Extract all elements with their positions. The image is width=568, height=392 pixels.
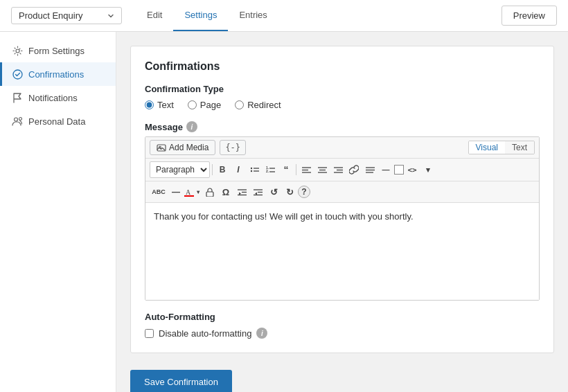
svg-point-0 [16,49,19,53]
gear-icon [12,45,23,56]
outdent-button[interactable] [250,184,265,199]
media-icon [157,143,166,152]
color-picker-button[interactable] [394,165,404,175]
ordered-list-button[interactable]: 1.2. [263,162,278,177]
radio-text[interactable]: Text [145,100,174,110]
code-button[interactable]: <> [405,162,420,177]
bold-button[interactable]: B [215,162,230,177]
layout: Form Settings Confirmations Notification… [0,32,568,392]
confirmation-type-label: Confirmation Type [145,84,540,94]
indent-button[interactable] [234,184,249,199]
preview-button[interactable]: Preview [502,6,557,26]
svg-point-6 [250,167,251,168]
svg-text:A: A [186,188,191,196]
font-color-button[interactable]: A [184,187,194,197]
align-right-button[interactable] [330,162,346,177]
tab-entries[interactable]: Entries [228,0,278,31]
auto-format-checkbox-row[interactable]: Disable auto-formatting i [145,328,540,339]
editor-top-bar: Add Media {-} Visual Text [145,137,539,159]
auto-format-checkbox[interactable] [145,329,154,338]
svg-point-3 [19,117,22,120]
sidebar: Form Settings Confirmations Notification… [0,32,116,392]
shortcode-button[interactable]: {-} [220,140,246,155]
align-justify-icon [366,166,375,174]
radio-text-label: Text [157,100,174,110]
flag-icon [12,92,23,103]
svg-point-8 [250,170,251,171]
visual-text-tabs: Visual Text [468,141,535,154]
auto-format-checkbox-label: Disable auto-formatting [159,328,251,339]
align-justify-button[interactable] [362,162,378,177]
more-button[interactable]: ▾ [420,162,436,177]
sidebar-item-form-settings[interactable]: Form Settings [0,39,116,62]
toolbar-separator [296,164,296,175]
auto-format-help-icon[interactable]: i [256,328,267,339]
radio-redirect-input[interactable] [235,100,244,109]
italic-button[interactable]: I [231,162,246,177]
sidebar-item-label: Confirmations [28,69,84,80]
abc-button[interactable]: ABC [150,184,168,199]
redo-button[interactable]: ↻ [282,184,297,199]
toolbar-row-2: ABC — A ▾ Ω ↺ [145,181,539,203]
help-toolbar-button[interactable]: ? [298,186,310,198]
unordered-list-button[interactable] [247,162,262,177]
tab-edit[interactable]: Edit [136,0,173,31]
check-circle-icon [12,69,23,80]
top-nav: Edit Settings Entries [136,0,278,31]
lock-button[interactable] [202,184,218,199]
blockquote-button[interactable]: “ [278,162,294,177]
sidebar-item-label: Personal Data [28,116,85,127]
omega-button[interactable]: Ω [218,184,233,199]
add-media-button[interactable]: Add Media [150,140,215,155]
align-center-icon [318,166,327,174]
text-tab[interactable]: Text [505,141,534,154]
svg-rect-28 [206,192,213,197]
align-left-button[interactable] [299,162,314,177]
sidebar-item-label: Notifications [28,93,78,103]
radio-redirect[interactable]: Redirect [235,100,281,110]
main-content: Confirmations Confirmation Type Text Pag… [116,32,568,392]
radio-redirect-label: Redirect [247,100,281,110]
paragraph-select[interactable]: Paragraph [150,161,210,178]
dash-button[interactable]: — [168,184,184,199]
editor-wrapper: Add Media {-} Visual Text Paragraph B I [145,136,540,301]
form-selector-label: Product Enquiry [19,10,83,21]
list-ordered-icon: 1.2. [266,166,275,175]
sidebar-item-confirmations[interactable]: Confirmations [0,62,116,86]
help-icon[interactable]: i [186,121,197,132]
radio-text-input[interactable] [145,100,154,109]
radio-page[interactable]: Page [188,100,221,110]
align-left-icon [302,166,311,174]
align-right-icon [334,166,343,174]
radio-page-label: Page [200,100,221,110]
link-button[interactable] [346,162,362,177]
visual-tab[interactable]: Visual [469,141,505,154]
tab-settings[interactable]: Settings [173,0,228,31]
align-center-button[interactable] [314,162,330,177]
toolbar-row-1: Paragraph B I 1.2. “ [145,159,539,181]
auto-formatting-section: Auto-Formatting Disable auto-formatting … [145,312,540,339]
radio-page-input[interactable] [188,100,197,109]
sidebar-item-notifications[interactable]: Notifications [0,86,116,109]
editor-area[interactable]: Thank you for contacting us! We will get… [145,203,539,300]
sidebar-item-personal-data[interactable]: Personal Data [0,109,116,133]
message-label: Message i [145,121,540,132]
people-icon [12,116,23,127]
outdent-icon [254,188,263,196]
indent-icon [238,188,247,196]
lock-icon [206,188,214,197]
font-color-icon: A [184,187,194,197]
form-selector[interactable]: Product Enquiry [11,7,122,24]
horizontal-rule-button[interactable]: ― [378,162,393,177]
svg-text:2.: 2. [266,169,269,173]
link-icon [349,165,359,175]
font-color-dropdown[interactable]: ▾ [195,184,202,199]
chevron-down-icon [107,12,114,19]
list-unordered-icon [250,166,259,175]
toolbar-separator [212,164,213,175]
save-confirmation-button[interactable]: Save Confirmation [130,370,232,392]
svg-point-1 [13,70,22,79]
auto-formatting-label: Auto-Formatting [145,312,540,322]
undo-button[interactable]: ↺ [266,184,281,199]
confirmations-panel: Confirmations Confirmation Type Text Pag… [130,46,554,353]
